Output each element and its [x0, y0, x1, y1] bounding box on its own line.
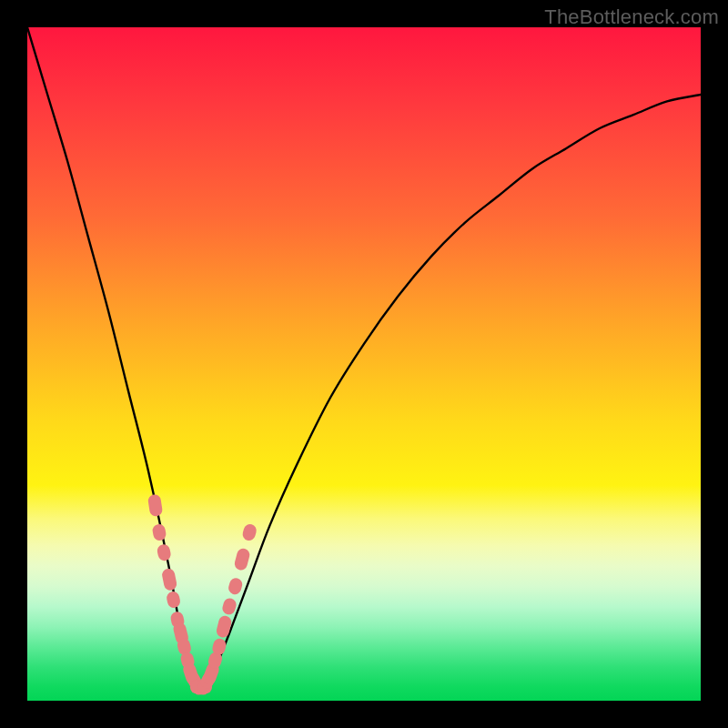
bead [166, 591, 181, 609]
bead [147, 493, 163, 517]
bead [221, 597, 238, 616]
bead [233, 547, 251, 571]
bead [161, 568, 177, 592]
watermark-text: TheBottleneck.com [544, 5, 719, 29]
bottleneck-curve-line [27, 27, 701, 689]
chart-svg [27, 27, 701, 701]
bead [241, 522, 258, 541]
bead [152, 523, 167, 541]
bead [228, 577, 244, 596]
bead-cluster [147, 493, 258, 697]
bead [215, 614, 232, 639]
bead [156, 543, 171, 562]
chart-plot-area [27, 27, 701, 701]
